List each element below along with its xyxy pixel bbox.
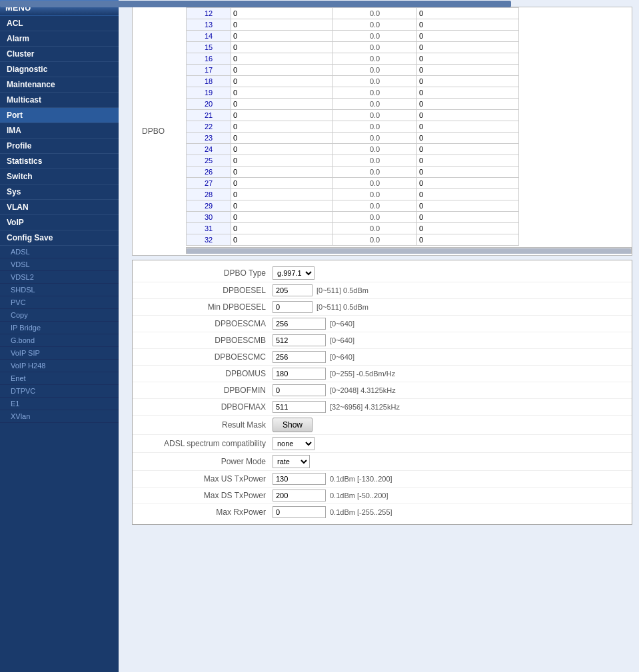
sidebar-sub-voip-h248[interactable]: VoIP H248 [0, 360, 119, 372]
sidebar-sub-adsl[interactable]: ADSL [0, 246, 119, 258]
row-val1-input[interactable] [232, 20, 279, 29]
row-val1-cell[interactable] [231, 19, 333, 31]
sidebar-sub-gbond[interactable]: G.bond [0, 334, 119, 347]
sidebar-item-diagnostic[interactable]: Diagnostic [0, 62, 119, 77]
row-val1-input[interactable] [232, 201, 279, 210]
row-val1-cell[interactable] [231, 99, 333, 110]
row-val3-input[interactable] [418, 111, 464, 120]
sidebar-item-switch[interactable]: Switch [0, 169, 119, 184]
result-mask-button[interactable]: Show [273, 418, 313, 432]
max-us-tx-input[interactable] [273, 473, 326, 485]
row-val3-cell[interactable] [416, 133, 518, 144]
row-val1-input[interactable] [232, 224, 279, 233]
row-val3-cell[interactable] [416, 99, 518, 110]
row-val1-cell[interactable] [231, 8, 333, 19]
row-val3-input[interactable] [418, 224, 464, 233]
row-val3-input[interactable] [418, 167, 464, 176]
sidebar-sub-copy[interactable]: Copy [0, 309, 119, 322]
row-val1-cell[interactable] [231, 189, 333, 200]
row-val3-cell[interactable] [416, 53, 518, 65]
dpbofmax-input[interactable] [273, 401, 326, 413]
sidebar-sub-ip-bridge[interactable]: IP Bridge [0, 322, 119, 334]
row-val3-input[interactable] [418, 122, 464, 131]
row-val1-input[interactable] [232, 122, 279, 131]
row-val1-input[interactable] [232, 31, 279, 41]
row-val1-cell[interactable] [231, 223, 333, 234]
sidebar-item-acl[interactable]: ACL [0, 16, 119, 31]
row-val1-cell[interactable] [231, 121, 333, 133]
sidebar-sub-enet[interactable]: Enet [0, 372, 119, 385]
row-val1-input[interactable] [232, 167, 279, 176]
sidebar-item-statistics[interactable]: Statistics [0, 154, 119, 169]
row-val1-cell[interactable] [231, 212, 333, 223]
dpboescmb-input[interactable] [273, 334, 326, 346]
dpbofmin-input[interactable] [273, 384, 326, 396]
sidebar-sub-pvc[interactable]: PVC [0, 296, 119, 309]
row-val1-cell[interactable] [231, 53, 333, 65]
dpbo-type-select[interactable]: g.997.1manual [273, 266, 315, 280]
sidebar-item-multicast[interactable]: Multicast [0, 93, 119, 108]
row-val1-input[interactable] [232, 190, 279, 199]
row-val3-input[interactable] [418, 201, 464, 210]
row-val3-cell[interactable] [416, 110, 518, 121]
row-val3-input[interactable] [418, 77, 464, 86]
adsl-compat-select[interactable]: noneoption1option2 [273, 437, 315, 450]
row-val1-cell[interactable] [231, 87, 333, 99]
dpboesel-input[interactable] [273, 284, 313, 296]
dpbomus-input[interactable] [273, 368, 326, 380]
row-val3-input[interactable] [418, 133, 464, 143]
row-val3-input[interactable] [418, 235, 464, 244]
max-ds-tx-input[interactable] [273, 490, 326, 502]
row-val3-cell[interactable] [416, 189, 518, 200]
row-val1-input[interactable] [232, 133, 279, 143]
row-val1-input[interactable] [232, 178, 279, 188]
row-val1-input[interactable] [232, 88, 279, 97]
sidebar-item-vlan[interactable]: VLAN [0, 200, 119, 215]
row-val3-input[interactable] [418, 9, 464, 18]
row-val1-input[interactable] [232, 43, 279, 52]
sidebar-item-profile[interactable]: Profile [0, 139, 119, 154]
sidebar-sub-shdsl[interactable]: SHDSL [0, 284, 119, 296]
row-val3-cell[interactable] [416, 65, 518, 76]
row-val3-cell[interactable] [416, 87, 518, 99]
row-val3-cell[interactable] [416, 212, 518, 223]
row-val3-input[interactable] [418, 43, 464, 52]
row-val3-input[interactable] [418, 20, 464, 29]
sidebar-item-maintenance[interactable]: Maintenance [0, 77, 119, 93]
row-val1-cell[interactable] [231, 65, 333, 76]
row-val3-cell[interactable] [416, 8, 518, 19]
row-val1-cell[interactable] [231, 200, 333, 212]
row-val3-cell[interactable] [416, 234, 518, 246]
row-val1-cell[interactable] [231, 31, 333, 42]
row-val3-cell[interactable] [416, 200, 518, 212]
row-val3-cell[interactable] [416, 121, 518, 133]
row-val1-input[interactable] [232, 54, 279, 63]
row-val1-cell[interactable] [231, 42, 333, 53]
sidebar-sub-e1[interactable]: E1 [0, 398, 119, 410]
row-val1-cell[interactable] [231, 178, 333, 189]
row-val3-input[interactable] [418, 156, 464, 165]
row-val3-input[interactable] [418, 88, 464, 97]
dpboescmc-input[interactable] [273, 351, 326, 363]
row-val1-cell[interactable] [231, 76, 333, 87]
row-val1-cell[interactable] [231, 144, 333, 155]
row-val3-input[interactable] [418, 54, 464, 63]
sidebar-item-voip[interactable]: VoIP [0, 215, 119, 230]
row-val3-input[interactable] [418, 145, 464, 154]
row-val1-input[interactable] [232, 99, 279, 109]
sidebar-sub-vdsl2[interactable]: VDSL2 [0, 271, 119, 284]
row-val1-cell[interactable] [231, 167, 333, 178]
power-mode-select[interactable]: ratepower [273, 455, 310, 468]
row-val3-cell[interactable] [416, 31, 518, 42]
row-val3-cell[interactable] [416, 223, 518, 234]
max-rx-input[interactable] [273, 506, 326, 518]
sidebar-item-port[interactable]: Port [0, 108, 119, 123]
row-val3-cell[interactable] [416, 144, 518, 155]
sidebar-item-config-save[interactable]: Config Save [0, 230, 119, 246]
row-val1-input[interactable] [232, 77, 279, 86]
row-val1-input[interactable] [232, 145, 279, 154]
row-val3-cell[interactable] [416, 19, 518, 31]
dpbo-scrollbar[interactable] [186, 247, 632, 254]
sidebar-sub-voip-sip[interactable]: VoIP SIP [0, 347, 119, 360]
sidebar-item-ima[interactable]: IMA [0, 123, 119, 139]
